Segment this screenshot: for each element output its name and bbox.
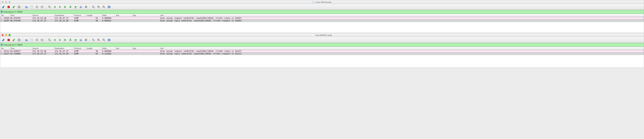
column-header-info[interactable]: Info	[159, 47, 644, 50]
reload-icon[interactable]	[40, 38, 44, 42]
cell-len: 44	[86, 20, 101, 22]
autoscroll-icon[interactable]	[78, 5, 83, 9]
jump-icon[interactable]	[63, 5, 68, 9]
autoscroll-icon[interactable]	[78, 38, 83, 42]
options-icon[interactable]	[17, 38, 21, 42]
column-header-no[interactable]: No.	[0, 14, 9, 17]
colorize-icon[interactable]	[84, 38, 88, 42]
cell-dst: 172.16.47.27	[54, 50, 73, 52]
find-icon[interactable]	[47, 5, 52, 9]
column-header-time[interactable]: Time	[9, 14, 32, 17]
columns-icon[interactable]	[107, 38, 111, 42]
shark-fin-icon[interactable]	[1, 5, 6, 9]
stop-capture-icon[interactable]	[6, 5, 11, 9]
column-header-destination[interactable]: Destination	[54, 14, 73, 17]
back-icon[interactable]	[52, 5, 57, 9]
cell-dst: 172.16.47.27	[54, 17, 73, 19]
titlebar[interactable]: icmp-14fccfe.pcap	[0, 0, 644, 4]
column-header-protocol[interactable]: Protocol	[73, 14, 86, 17]
colorize-icon[interactable]	[84, 5, 88, 9]
packet-row[interactable]: 2511163.630627172.16.53.28172.16.47.27IC…	[0, 50, 644, 53]
close-file-icon[interactable]	[35, 5, 39, 9]
cell-src: 172.16.53.28	[32, 17, 54, 19]
forward-icon[interactable]	[58, 38, 62, 42]
shark-fin-icon[interactable]	[1, 38, 6, 42]
bottom-icon[interactable]	[73, 38, 78, 42]
display-filter-input[interactable]	[4, 11, 644, 13]
bookmark-icon[interactable]	[0, 11, 3, 13]
column-header-delta[interactable]: Delta	[101, 14, 115, 17]
svg-rect-0	[8, 6, 10, 8]
column-header-length[interactable]: Length	[86, 47, 101, 50]
zoom-fit-icon[interactable]	[91, 38, 96, 42]
titlebar[interactable]: icmp-9d92d21.pcap	[0, 33, 644, 37]
options-icon[interactable]	[17, 5, 21, 9]
top-icon[interactable]	[68, 38, 73, 42]
column-header-ack[interactable]: Ack	[115, 14, 132, 17]
restart-capture-icon[interactable]	[12, 38, 16, 42]
arrow-left-icon	[0, 20, 2, 22]
restart-capture-icon[interactable]	[12, 5, 16, 9]
minimize-button[interactable]	[5, 1, 7, 3]
column-header-delta[interactable]: Delta	[101, 47, 115, 50]
cell-src: 172.16.47.27	[32, 20, 54, 22]
column-header-source[interactable]: Source	[32, 14, 54, 17]
svg-line-55	[18, 41, 18, 41]
cell-info: Echo (ping) reply id=0x3f10, seq=52301/1…	[159, 53, 644, 55]
top-icon[interactable]	[68, 5, 73, 9]
cell-info: Echo (ping) request id=0x3f10, seq=52301…	[159, 50, 644, 52]
packet-row[interactable]: 2513763.754009172.16.47.27172.16.53.28IC…	[0, 53, 644, 55]
svg-rect-87	[108, 39, 108, 41]
svg-rect-28	[80, 8, 82, 8]
jump-icon[interactable]	[63, 38, 68, 42]
packet-list[interactable]: 2511163.630627172.16.53.28172.16.47.27IC…	[0, 50, 644, 68]
column-header-info[interactable]: Info	[159, 14, 644, 17]
open-file-icon[interactable]	[24, 38, 29, 42]
svg-line-54	[20, 41, 20, 41]
reload-icon[interactable]	[40, 5, 44, 9]
bookmark-icon[interactable]	[0, 44, 3, 46]
zoom-button[interactable]	[8, 34, 10, 36]
zoom-out-icon[interactable]	[102, 38, 106, 42]
close-button[interactable]	[2, 1, 4, 3]
close-file-icon[interactable]	[35, 38, 39, 42]
stop-capture-icon[interactable]	[6, 38, 11, 42]
column-header-seq[interactable]: Seq	[132, 14, 159, 17]
packet-row[interactable]: 2420560.979754172.16.53.28172.16.47.27IC…	[0, 17, 644, 20]
minimize-button[interactable]	[5, 34, 7, 36]
arrow-right-icon	[0, 17, 2, 19]
column-header-seq[interactable]: Seq	[132, 47, 159, 50]
save-file-icon[interactable]	[30, 5, 34, 9]
zoom-out-icon[interactable]	[102, 5, 106, 9]
packet-list-header: No.TimeSourceDestinationProtocolLengthDe…	[0, 14, 644, 17]
column-header-destination[interactable]: Destination	[54, 47, 73, 50]
packet-list[interactable]: 2420560.979754172.16.53.28172.16.47.27IC…	[0, 17, 644, 33]
bottom-icon[interactable]	[73, 5, 78, 9]
packet-row[interactable]: 2420760.979766172.16.47.27172.16.53.28IC…	[0, 20, 644, 22]
svg-line-79	[94, 40, 95, 41]
back-icon[interactable]	[52, 38, 57, 42]
column-header-length[interactable]: Length	[86, 14, 101, 17]
window-title-wrap: icmp-9d92d21.pcap	[0, 34, 644, 36]
cell-src: 172.16.47.27	[32, 53, 54, 55]
svg-point-18	[48, 6, 50, 7]
column-header-time[interactable]: Time	[9, 47, 32, 50]
find-icon[interactable]	[47, 38, 52, 42]
zoom-in-icon[interactable]	[96, 38, 101, 42]
cell-time: 63.754009	[9, 53, 32, 55]
forward-icon[interactable]	[58, 5, 62, 9]
zoom-button[interactable]	[8, 1, 10, 3]
zoom-in-icon[interactable]	[96, 5, 101, 9]
columns-icon[interactable]	[107, 5, 111, 9]
display-filter-input[interactable]	[4, 44, 644, 46]
column-header-protocol[interactable]: Protocol	[73, 47, 86, 50]
zoom-fit-icon[interactable]	[91, 5, 96, 9]
svg-rect-57	[31, 39, 33, 41]
open-file-icon[interactable]	[24, 5, 29, 9]
column-header-no[interactable]: No.	[0, 47, 9, 50]
column-header-ack[interactable]: Ack	[115, 47, 132, 50]
save-file-icon[interactable]	[30, 38, 34, 42]
close-button[interactable]	[2, 34, 4, 36]
svg-line-33	[94, 7, 95, 8]
column-header-source[interactable]: Source	[32, 47, 54, 50]
